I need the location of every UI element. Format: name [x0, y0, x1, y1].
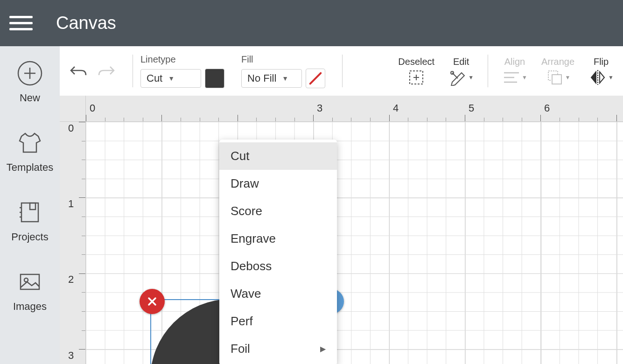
chevron-down-icon: ▼ — [282, 75, 288, 82]
toolbar-divider — [488, 55, 488, 87]
notebook-icon — [17, 199, 43, 225]
menu-item-deboss[interactable]: Deboss — [219, 252, 337, 280]
sidebar-item-label: Templates — [7, 161, 53, 174]
svg-rect-8 — [21, 274, 39, 289]
ruler-tick: 2 — [68, 273, 74, 286]
ruler-tick: 6 — [544, 102, 550, 114]
menu-item-wave[interactable]: Wave — [219, 280, 337, 308]
linetype-dropdown[interactable]: Cut ▼ — [140, 69, 201, 88]
linetype-value: Cut — [147, 72, 162, 84]
flip-icon — [588, 69, 607, 86]
sidebar-item-label: New — [20, 92, 40, 104]
menu-item-engrave[interactable]: Engrave — [219, 225, 337, 252]
ruler-tick: 5 — [469, 102, 474, 114]
fill-color-swatch[interactable] — [306, 69, 325, 88]
fill-dropdown[interactable]: No Fill ▼ — [241, 69, 302, 88]
chevron-down-icon: ▼ — [565, 74, 571, 81]
menu-item-score[interactable]: Score — [219, 197, 337, 225]
canvas-area[interactable]: 0 3 4 5 6 0 1 2 3 2.111" — [60, 96, 623, 364]
arrange-button: Arrange ▼ — [541, 56, 574, 86]
ruler-tick: 3 — [317, 102, 322, 114]
menu-item-cut[interactable]: Cut — [219, 142, 337, 170]
plus-circle-icon — [17, 60, 43, 86]
sidebar-item-templates[interactable]: Templates — [7, 130, 53, 174]
svg-rect-4 — [30, 203, 35, 210]
chevron-down-icon: ▼ — [522, 74, 527, 81]
fill-value: No Fill — [247, 72, 276, 84]
ruler-tick: 0 — [68, 122, 74, 134]
left-sidebar: New Templates Projects Images — [0, 46, 60, 364]
edit-button[interactable]: Edit ▼ — [448, 56, 474, 86]
toolbar: Linetype Cut ▼ Fill No Fill ▼ — [60, 46, 623, 96]
fill-label: Fill — [241, 54, 325, 65]
chevron-down-icon: ▼ — [608, 74, 614, 81]
app-header: Canvas — [0, 0, 623, 46]
sidebar-item-images[interactable]: Images — [13, 269, 47, 313]
chevron-down-icon: ▼ — [468, 74, 474, 81]
deselect-button[interactable]: Deselect — [398, 56, 434, 86]
delete-handle[interactable] — [140, 289, 165, 314]
sidebar-item-new[interactable]: New — [17, 60, 43, 104]
shirt-icon — [17, 130, 43, 156]
ruler-horizontal: 0 3 4 5 6 — [86, 96, 623, 122]
sidebar-item-projects[interactable]: Projects — [11, 199, 48, 243]
svg-point-9 — [24, 278, 28, 282]
flip-button[interactable]: Flip ▼ — [588, 56, 614, 86]
image-icon — [17, 269, 43, 295]
menu-item-perf[interactable]: Perf — [219, 308, 337, 335]
menu-item-foil[interactable]: Foil▶ — [219, 335, 337, 363]
ruler-tick: 1 — [68, 198, 74, 210]
sidebar-item-label: Images — [13, 301, 47, 313]
ruler-tick: 3 — [68, 350, 74, 362]
ruler-tick: 0 — [90, 102, 95, 114]
sidebar-item-label: Projects — [11, 231, 48, 243]
chevron-right-icon: ▶ — [320, 344, 326, 353]
page-title: Canvas — [56, 13, 116, 33]
deselect-icon — [407, 69, 426, 86]
arrange-icon — [546, 69, 564, 86]
linetype-label: Linetype — [140, 54, 224, 65]
linetype-menu: Cut Draw Score Engrave Deboss Wave Perf … — [219, 140, 337, 364]
chevron-down-icon: ▼ — [168, 75, 175, 82]
linetype-color-swatch[interactable] — [205, 69, 224, 88]
ruler-vertical: 0 1 2 3 — [60, 122, 86, 364]
toolbar-divider — [133, 55, 133, 87]
toolbar-divider — [342, 55, 343, 87]
redo-icon[interactable] — [97, 64, 116, 78]
ruler-corner — [60, 96, 86, 122]
align-icon — [502, 69, 521, 86]
edit-icon — [448, 69, 467, 86]
align-button: Align ▼ — [502, 56, 527, 86]
hamburger-menu-icon[interactable] — [9, 16, 33, 30]
undo-icon[interactable] — [69, 64, 88, 78]
svg-rect-18 — [552, 75, 561, 84]
close-icon — [147, 296, 157, 307]
ruler-tick: 4 — [393, 102, 399, 114]
menu-item-draw[interactable]: Draw — [219, 170, 337, 197]
